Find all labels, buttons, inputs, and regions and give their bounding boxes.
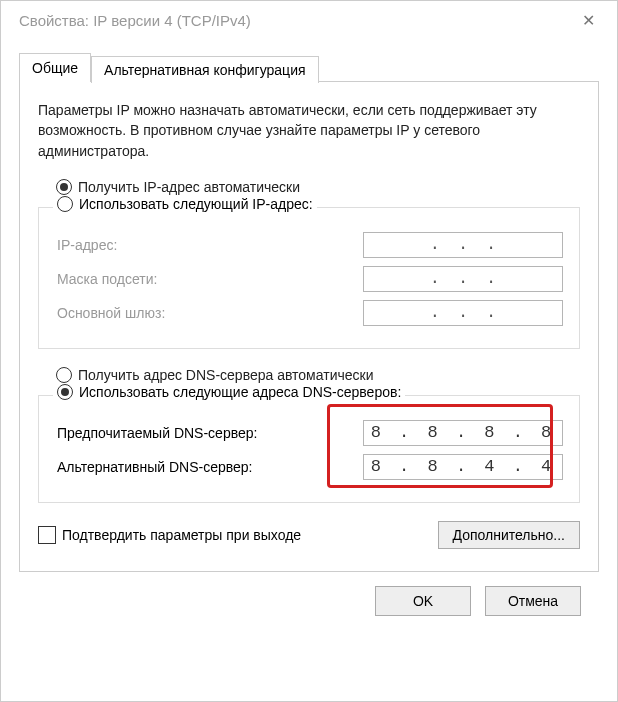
radio-icon [56, 179, 72, 195]
radio-label: Получить адрес DNS-сервера автоматически [78, 367, 373, 383]
radio-ip-manual[interactable]: Использовать следующий IP-адрес: [53, 196, 317, 212]
field-ip-address: IP-адрес: ... [57, 232, 563, 258]
ok-button[interactable]: OK [375, 586, 471, 616]
validate-label: Подтвердить параметры при выходе [62, 527, 301, 543]
window-title: Свойства: IP версии 4 (TCP/IPv4) [19, 12, 251, 29]
cancel-button[interactable]: Отмена [485, 586, 581, 616]
radio-dns-auto[interactable]: Получить адрес DNS-сервера автоматически [56, 367, 580, 383]
radio-icon [56, 367, 72, 383]
gateway-label: Основной шлюз: [57, 305, 363, 321]
footer-buttons: OK Отмена [19, 572, 599, 616]
advanced-button[interactable]: Дополнительно... [438, 521, 580, 549]
subnet-mask-label: Маска подсети: [57, 271, 363, 287]
ip-address-input: ... [363, 232, 563, 258]
subnet-mask-input: ... [363, 266, 563, 292]
dns-alternate-input[interactable]: 8 . 8 . 4 . 4 [363, 454, 563, 480]
group-dns-manual: Использовать следующие адреса DNS-сервер… [38, 395, 580, 503]
radio-icon [57, 384, 73, 400]
tab-general[interactable]: Общие [19, 53, 91, 82]
dns-alternate-label: Альтернативный DNS-сервер: [57, 459, 363, 475]
field-subnet-mask: Маска подсети: ... [57, 266, 563, 292]
dns-preferred-input[interactable]: 8 . 8 . 8 . 8 [363, 420, 563, 446]
validate-checkbox-row[interactable]: Подтвердить параметры при выходе [38, 526, 301, 544]
titlebar: Свойства: IP версии 4 (TCP/IPv4) ✕ [1, 1, 617, 38]
dns-preferred-label: Предпочитаемый DNS-сервер: [57, 425, 363, 441]
intro-text: Параметры IP можно назначать автоматичес… [38, 100, 580, 161]
bottom-row: Подтвердить параметры при выходе Дополни… [38, 521, 580, 549]
radio-label: Использовать следующие адреса DNS-сервер… [79, 384, 401, 400]
field-gateway: Основной шлюз: ... [57, 300, 563, 326]
checkbox-icon [38, 526, 56, 544]
field-dns-alternate: Альтернативный DNS-сервер: 8 . 8 . 4 . 4 [57, 454, 563, 480]
tab-alternate[interactable]: Альтернативная конфигурация [91, 56, 318, 83]
tab-panel-general: Параметры IP можно назначать автоматичес… [19, 81, 599, 572]
group-ip-manual: Использовать следующий IP-адрес: IP-адре… [38, 207, 580, 349]
radio-dns-manual[interactable]: Использовать следующие адреса DNS-сервер… [53, 384, 405, 400]
gateway-input: ... [363, 300, 563, 326]
radio-icon [57, 196, 73, 212]
field-dns-preferred: Предпочитаемый DNS-сервер: 8 . 8 . 8 . 8 [57, 420, 563, 446]
tab-row: Общие Альтернативная конфигурация [19, 52, 599, 81]
ip-address-label: IP-адрес: [57, 237, 363, 253]
close-icon[interactable]: ✕ [574, 9, 603, 32]
radio-label: Использовать следующий IP-адрес: [79, 196, 313, 212]
content-area: Общие Альтернативная конфигурация Параме… [1, 38, 617, 630]
radio-label: Получить IP-адрес автоматически [78, 179, 300, 195]
radio-ip-auto[interactable]: Получить IP-адрес автоматически [56, 179, 580, 195]
